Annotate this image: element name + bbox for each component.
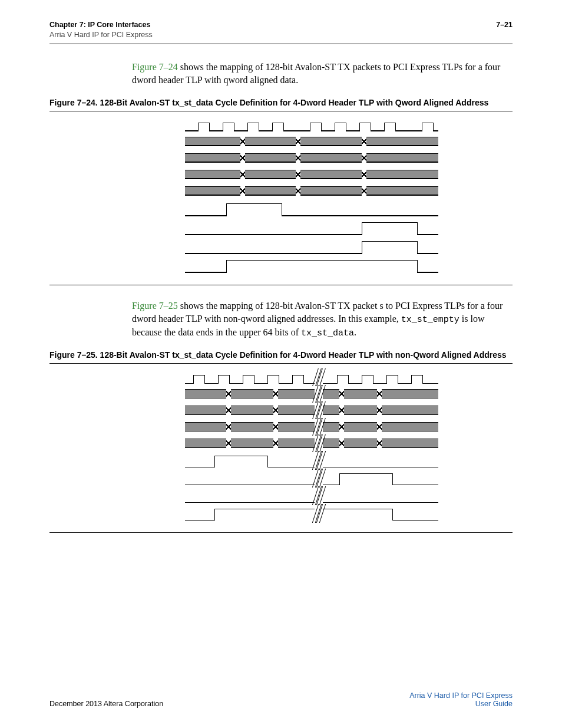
figure-ref-7-24: Figure 7–24 — [132, 62, 178, 72]
empty-row — [185, 239, 438, 254]
valid-row-25 — [185, 506, 438, 521]
figure-7-24-timing — [185, 118, 438, 273]
figure-ref-7-25: Figure 7–25 — [132, 301, 178, 311]
data-row-2 — [185, 151, 438, 164]
data-row-1 — [185, 135, 438, 148]
page-footer: December 2013 Altera Corporation Arria V… — [49, 691, 513, 708]
running-head-chapter: Chapter 7: IP Core Interfaces — [49, 20, 153, 30]
eop-row — [185, 220, 438, 235]
clk-row — [185, 118, 438, 131]
data-row-4 — [185, 185, 438, 197]
header-rule — [49, 44, 513, 44]
figure-7-24-caption: Figure 7–24. 128-Bit Avalon-ST tx_st_dat… — [49, 98, 513, 107]
data-row-25-4 — [185, 437, 438, 450]
sop-row — [185, 201, 438, 216]
figure-7-24 — [49, 111, 513, 285]
valid-row — [185, 258, 438, 273]
paragraph-2: Figure 7–25 shows the mapping of 128-bit… — [132, 299, 513, 340]
eop-row-25 — [185, 471, 438, 485]
running-head-sub: Arria V Hard IP for PCI Express — [49, 30, 153, 40]
footer-doc-title: Arria V Hard IP for PCI Express — [409, 691, 513, 700]
figure-7-25-timing — [185, 371, 438, 521]
empty-row-25 — [185, 489, 438, 503]
paragraph-1: Figure 7–24 shows the mapping of 128-bit… — [132, 61, 513, 87]
sop-row-25 — [185, 453, 438, 467]
figure-7-25-caption: Figure 7–25. 128-Bit Avalon-ST tx_st_dat… — [49, 350, 513, 360]
page-number: 7–21 — [496, 20, 513, 30]
footer-doc-sub: User Guide — [409, 700, 513, 708]
code-tx-st-data: tx_st_data — [301, 328, 354, 338]
para1-text: shows the mapping of 128-bit Avalon-ST T… — [132, 62, 500, 85]
footer-left: December 2013 Altera Corporation — [49, 700, 163, 708]
figure-7-25 — [49, 363, 513, 533]
data-row-25-1 — [185, 387, 438, 400]
data-row-25-3 — [185, 420, 438, 433]
data-row-25-2 — [185, 404, 438, 417]
para2-t3: . — [354, 327, 356, 337]
data-row-3 — [185, 168, 438, 181]
clk-row-25 — [185, 371, 438, 384]
code-tx-st-empty: tx_st_empty — [401, 315, 459, 325]
